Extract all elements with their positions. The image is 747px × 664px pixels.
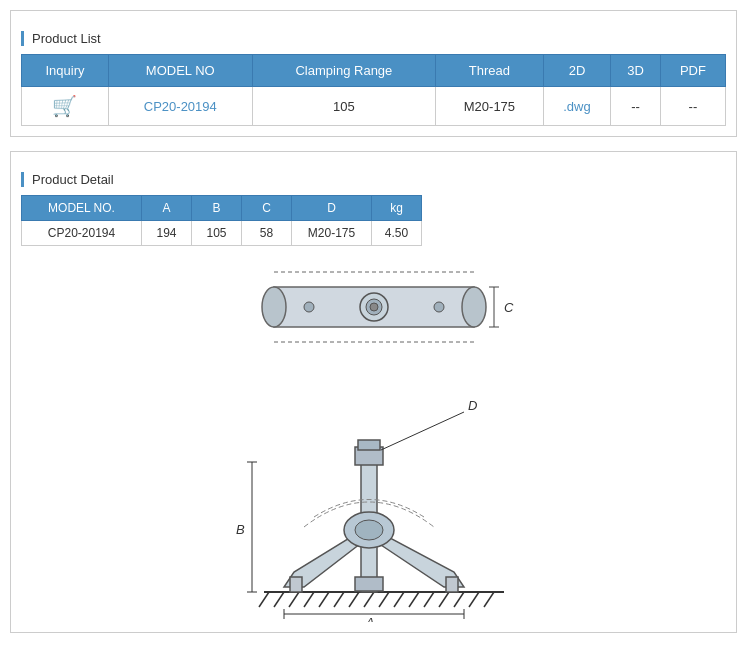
detail-col-a: A — [142, 196, 192, 221]
detail-d: M20-175 — [292, 221, 372, 246]
svg-point-6 — [304, 302, 314, 312]
detail-c: 58 — [242, 221, 292, 246]
detail-row: CP20-20194 194 105 58 M20-175 4.50 — [22, 221, 422, 246]
detail-col-d: D — [292, 196, 372, 221]
b-label: B — [236, 522, 245, 537]
svg-line-25 — [424, 592, 434, 607]
product-list-title: Product List — [21, 31, 726, 46]
svg-line-28 — [469, 592, 479, 607]
front-view-diagram: B A D — [184, 382, 564, 622]
detail-a: 194 — [142, 221, 192, 246]
svg-line-29 — [484, 592, 494, 607]
3d-cell: -- — [611, 87, 661, 126]
detail-model-no: CP20-20194 — [22, 221, 142, 246]
svg-line-23 — [394, 592, 404, 607]
svg-point-37 — [355, 520, 383, 540]
svg-line-22 — [379, 592, 389, 607]
product-row: 🛒 CP20-20194 105 M20-175 .dwg -- -- — [22, 87, 726, 126]
detail-b: 105 — [192, 221, 242, 246]
col-inquiry: Inquiry — [22, 55, 109, 87]
clamping-range-cell: 105 — [252, 87, 436, 126]
svg-line-21 — [364, 592, 374, 607]
product-detail-title: Product Detail — [21, 172, 726, 187]
svg-line-27 — [454, 592, 464, 607]
svg-rect-33 — [355, 577, 383, 591]
detail-col-model-no: MODEL NO. — [22, 196, 142, 221]
svg-rect-39 — [446, 577, 458, 592]
pdf-cell: -- — [660, 87, 725, 126]
diagram-area: C — [21, 262, 726, 622]
col-pdf: PDF — [660, 55, 725, 87]
detail-kg: 4.50 — [372, 221, 422, 246]
col-thread: Thread — [436, 55, 543, 87]
col-3d: 3D — [611, 55, 661, 87]
svg-line-24 — [409, 592, 419, 607]
c-label: C — [504, 300, 514, 315]
detail-table: MODEL NO. A B C D kg CP20-20194 194 105 … — [21, 195, 422, 246]
inquiry-cell[interactable]: 🛒 — [22, 87, 109, 126]
col-model-no: MODEL NO — [108, 55, 252, 87]
svg-point-2 — [462, 287, 486, 327]
svg-rect-38 — [290, 577, 302, 592]
svg-line-14 — [259, 592, 269, 607]
svg-line-26 — [439, 592, 449, 607]
svg-line-46 — [381, 412, 464, 450]
svg-line-17 — [304, 592, 314, 607]
cart-icon: 🛒 — [52, 95, 77, 117]
a-label: A — [364, 615, 374, 622]
svg-line-16 — [289, 592, 299, 607]
svg-line-15 — [274, 592, 284, 607]
product-list-section: Product List Inquiry MODEL NO Clamping R… — [10, 10, 737, 137]
col-2d: 2D — [543, 55, 611, 87]
d-label: D — [468, 398, 477, 413]
svg-rect-32 — [358, 440, 380, 450]
detail-col-c: C — [242, 196, 292, 221]
thread-cell: M20-175 — [436, 87, 543, 126]
model-no-cell[interactable]: CP20-20194 — [108, 87, 252, 126]
col-clamping-range: Clamping Range — [252, 55, 436, 87]
detail-col-kg: kg — [372, 196, 422, 221]
product-list-table: Inquiry MODEL NO Clamping Range Thread 2… — [21, 54, 726, 126]
svg-line-19 — [334, 592, 344, 607]
svg-line-18 — [319, 592, 329, 607]
product-detail-section: Product Detail MODEL NO. A B C D kg CP20… — [10, 151, 737, 633]
detail-col-b: B — [192, 196, 242, 221]
2d-cell[interactable]: .dwg — [543, 87, 611, 126]
top-view-diagram: C — [224, 262, 524, 352]
svg-point-1 — [262, 287, 286, 327]
svg-point-7 — [434, 302, 444, 312]
svg-point-5 — [370, 303, 378, 311]
svg-line-20 — [349, 592, 359, 607]
